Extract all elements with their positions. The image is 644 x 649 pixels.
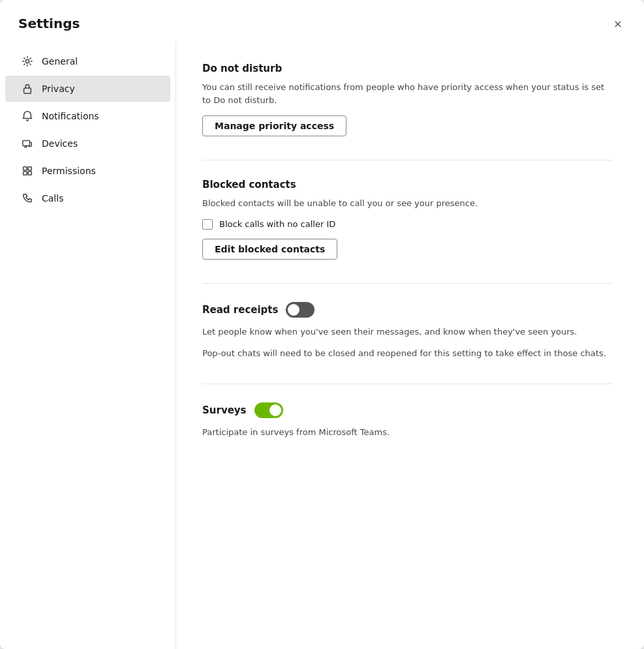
surveys-title: Surveys — [202, 404, 247, 416]
surveys-toggle-knob — [269, 404, 281, 416]
window-title: Settings — [18, 16, 80, 31]
edit-blocked-contacts-button[interactable]: Edit blocked contacts — [202, 239, 337, 260]
read-receipts-title: Read receipts — [202, 304, 278, 316]
content-area: General Privacy Notifi — [0, 42, 644, 649]
sidebar-item-permissions[interactable]: Permissions — [5, 158, 170, 184]
section-surveys: Surveys Participate in surveys from Micr… — [202, 402, 613, 439]
do-not-disturb-description: You can still receive notifications from… — [202, 81, 613, 106]
read-receipts-toggle[interactable] — [286, 302, 314, 318]
permissions-icon — [21, 164, 34, 177]
lock-icon — [21, 82, 34, 95]
sidebar-label-privacy: Privacy — [42, 83, 75, 94]
bell-icon — [21, 110, 34, 123]
blocked-contacts-title: Blocked contacts — [202, 179, 613, 190]
read-receipts-toggle-row: Read receipts — [202, 302, 613, 318]
block-calls-row: Block calls with no caller ID — [202, 219, 613, 230]
close-icon: × — [613, 18, 622, 30]
svg-point-0 — [25, 59, 29, 63]
blocked-contacts-description: Blocked contacts will be unable to call … — [202, 197, 613, 210]
block-calls-label: Block calls with no caller ID — [219, 219, 335, 229]
surveys-description: Participate in surveys from Microsoft Te… — [202, 426, 613, 439]
read-receipts-desc1: Let people know when you've seen their m… — [202, 325, 613, 339]
main-content: Do not disturb You can still receive not… — [176, 42, 644, 649]
sidebar: General Privacy Notifi — [0, 42, 176, 649]
block-calls-checkbox[interactable] — [202, 219, 213, 230]
divider-1 — [202, 160, 613, 160]
devices-icon — [21, 137, 34, 150]
sidebar-item-calls[interactable]: Calls — [5, 185, 170, 211]
manage-priority-access-button[interactable]: Manage priority access — [202, 115, 346, 136]
sidebar-label-general: General — [42, 56, 78, 67]
sidebar-label-devices: Devices — [42, 138, 78, 149]
sidebar-item-notifications[interactable]: Notifications — [5, 103, 170, 129]
settings-window: Settings × General — [0, 0, 644, 649]
sidebar-label-notifications: Notifications — [42, 111, 99, 121]
svg-rect-5 — [23, 172, 27, 175]
read-receipts-toggle-knob — [288, 304, 299, 316]
divider-2 — [202, 283, 613, 284]
section-blocked-contacts: Blocked contacts Blocked contacts will b… — [202, 179, 613, 260]
section-read-receipts: Read receipts Let people know when you'v… — [202, 302, 613, 360]
surveys-toggle[interactable] — [254, 402, 283, 418]
gear-icon — [21, 55, 34, 68]
divider-3 — [202, 384, 613, 384]
surveys-toggle-row: Surveys — [202, 402, 613, 418]
sidebar-item-privacy[interactable]: Privacy — [5, 76, 170, 102]
svg-rect-4 — [28, 167, 31, 170]
svg-rect-2 — [23, 141, 30, 146]
svg-rect-6 — [28, 172, 31, 175]
sidebar-label-calls: Calls — [42, 193, 63, 204]
svg-rect-1 — [24, 88, 31, 93]
close-button[interactable]: × — [607, 13, 628, 34]
sidebar-label-permissions: Permissions — [42, 166, 96, 176]
do-not-disturb-title: Do not disturb — [202, 63, 613, 74]
title-bar: Settings × — [0, 0, 644, 42]
sidebar-item-devices[interactable]: Devices — [5, 130, 170, 157]
read-receipts-desc2: Pop-out chats will need to be closed and… — [202, 347, 613, 360]
sidebar-item-general[interactable]: General — [5, 48, 170, 74]
svg-rect-3 — [23, 167, 27, 170]
section-do-not-disturb: Do not disturb You can still receive not… — [202, 63, 613, 136]
calls-icon — [21, 192, 34, 205]
